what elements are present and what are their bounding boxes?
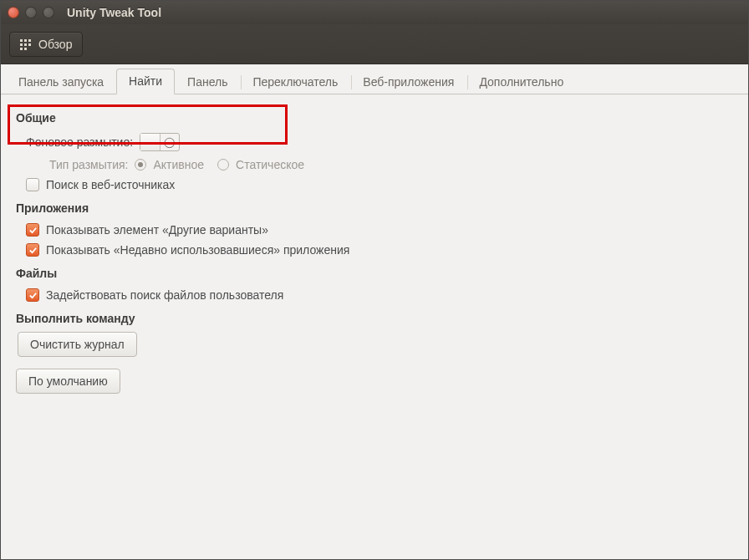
tab-webapps[interactable]: Веб-приложения: [350, 69, 466, 94]
show-more-label: Показывать элемент «Другие варианты»: [46, 223, 268, 237]
checkbox-web-search[interactable]: [26, 178, 39, 191]
blur-label: Фоновое размытие:: [26, 135, 133, 149]
radio-static-label: Статическое: [236, 158, 304, 171]
user-files-label: Задействовать поиск файлов пользователя: [46, 288, 283, 302]
window-title: Unity Tweak Tool: [67, 6, 161, 19]
tabbar: Панель запуска Найти Панель Переключател…: [1, 64, 748, 94]
toolbar: Обзор: [1, 24, 748, 64]
row-background-blur: Фоновое размытие: ◯: [16, 130, 733, 155]
row-show-recent: Показывать «Недавно использовавшиеся» пр…: [16, 240, 733, 260]
row-blur-type: Тип размытия: Активное Статическое: [16, 155, 733, 175]
section-files-title: Файлы: [16, 267, 733, 280]
tab-panel[interactable]: Панель: [175, 69, 240, 94]
row-show-more: Показывать элемент «Другие варианты»: [16, 220, 733, 240]
show-recent-label: Показывать «Недавно использовавшиеся» пр…: [46, 243, 349, 257]
section-run-title: Выполнить команду: [16, 312, 733, 325]
section-apps-title: Приложения: [16, 201, 733, 215]
blur-toggle[interactable]: ◯: [140, 133, 180, 151]
radio-active: [135, 159, 146, 171]
row-web-search: Поиск в веб-источниках: [16, 175, 733, 195]
titlebar[interactable]: Unity Tweak Tool: [1, 1, 748, 24]
app-window: Unity Tweak Tool Обзор Панель запуска На…: [0, 0, 749, 560]
clear-log-button[interactable]: Очистить журнал: [18, 332, 137, 357]
checkbox-show-more[interactable]: [26, 223, 39, 237]
radio-active-label: Активное: [153, 158, 204, 171]
tab-additional[interactable]: Дополнительно: [466, 69, 576, 94]
overview-button[interactable]: Обзор: [9, 32, 83, 57]
defaults-button[interactable]: По умолчанию: [16, 369, 120, 394]
row-user-files: Задействовать поиск файлов пользователя: [16, 285, 733, 305]
overview-label: Обзор: [38, 38, 72, 51]
section-general-title: Общие: [16, 111, 733, 125]
web-search-label: Поиск в веб-источниках: [46, 178, 175, 191]
blur-type-label: Тип размытия:: [49, 158, 128, 171]
tab-search[interactable]: Найти: [116, 69, 175, 94]
grid-icon: [20, 39, 32, 49]
minimize-icon[interactable]: [25, 7, 37, 18]
radio-static: [217, 159, 229, 171]
content-area: Общие Фоновое размытие: ◯ Тип размытия: …: [1, 94, 748, 404]
checkbox-user-files[interactable]: [26, 288, 39, 302]
tab-launcher[interactable]: Панель запуска: [6, 69, 116, 94]
close-icon[interactable]: [8, 7, 19, 18]
tab-switcher[interactable]: Переключатель: [240, 69, 350, 94]
maximize-icon[interactable]: [43, 7, 54, 18]
checkbox-show-recent[interactable]: [26, 243, 39, 257]
